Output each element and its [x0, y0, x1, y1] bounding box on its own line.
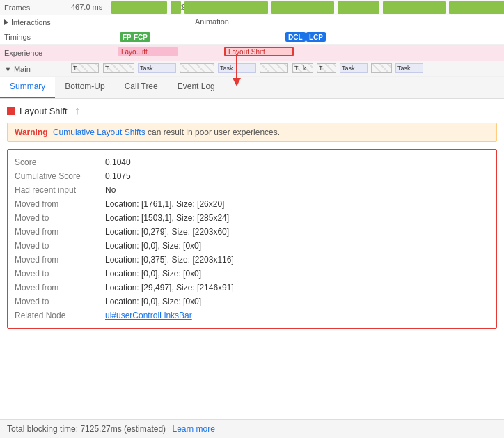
warning-suffix-text: can result in poor user experiences.	[148, 127, 280, 137]
layout-shift-bar-selected[interactable]: Layout Shift	[224, 47, 294, 56]
moved-to-value-4: Location: [0,0], Size: [0x0]	[105, 297, 201, 306]
cumulative-score-label: Cumulative Score	[15, 171, 105, 181]
moved-to-value-3: Location: [0,0], Size: [0x0]	[105, 269, 201, 279]
moved-to-label-2: Moved to	[15, 241, 105, 251]
section-title-text: Layout Shift	[19, 106, 68, 116]
frame-bar-6	[383, 1, 446, 14]
task-bar-11: Task	[395, 63, 423, 73]
score-row: Score 0.1040	[15, 155, 489, 169]
frames-label: Frames	[0, 3, 70, 12]
cumulative-score-row: Cumulative Score 0.1075	[15, 169, 489, 183]
tab-summary[interactable]: Summary	[0, 76, 55, 98]
moved-to-label-1: Moved to	[15, 213, 105, 223]
frame-bar-1	[111, 1, 167, 14]
timings-label: Timings	[0, 33, 70, 41]
moved-from-label-2: Moved from	[15, 227, 105, 237]
timeline-area: Frames 467.0 ms 292.6 ms 366.0 ms 328.4 …	[0, 0, 504, 77]
interactions-label: Interactions	[0, 18, 70, 26]
arrow-up-icon: ↑	[74, 104, 80, 117]
moved-from-label-4: Moved from	[15, 283, 105, 292]
recent-input-label: Had recent input	[15, 185, 105, 195]
warning-bar: Warning Cumulative Layout Shifts can res…	[7, 123, 497, 142]
dcl-badge: DCL	[285, 32, 306, 42]
main-content: Layout Shift ↑ Warning Cumulative Layout…	[0, 99, 504, 334]
frames-row: Frames 467.0 ms 292.6 ms 366.0 ms 328.4	[0, 0, 504, 15]
task-bar-6	[260, 63, 288, 73]
task-bar-5: Task	[218, 63, 256, 73]
main-label: ▼ Main —	[0, 65, 70, 73]
cumulative-score-value: 0.1075	[105, 171, 131, 181]
task-bar-7: T...k	[292, 63, 313, 73]
animation-label: Animation	[195, 17, 229, 26]
tab-call-tree[interactable]: Call Tree	[115, 76, 168, 98]
moved-to-value-2: Location: [0,0], Size: [0x0]	[105, 241, 201, 251]
frames-time1: 467.0 ms	[71, 3, 102, 11]
task-bar-4	[180, 63, 214, 73]
layout-shift-icon	[7, 107, 15, 115]
timings-row: Timings FP FCP DCL LCP	[0, 29, 504, 45]
moved-to-row-1: Moved to Location: [1503,1], Size: [285x…	[15, 211, 489, 225]
moved-to-label-3: Moved to	[15, 269, 105, 279]
moved-to-value-1: Location: [1503,1], Size: [285x24]	[105, 213, 229, 223]
task-bar-10	[371, 63, 392, 73]
warning-label: Warning	[15, 127, 48, 137]
frame-bar-5	[338, 1, 379, 14]
layout-shift-bar-1[interactable]: Layo...ift	[118, 47, 178, 56]
moved-to-row-4: Moved to Location: [0,0], Size: [0x0]	[15, 295, 489, 308]
moved-from-row-1: Moved from Location: [1761,1], Size: [26…	[15, 197, 489, 211]
task-bar-3: Task	[138, 63, 176, 73]
tabs-bar: Summary Bottom-Up Call Tree Event Log	[0, 77, 504, 99]
tab-bottom-up[interactable]: Bottom-Up	[55, 76, 114, 98]
related-node-label: Related Node	[15, 311, 105, 320]
moved-from-value-2: Location: [0,279], Size: [2203x60]	[105, 227, 229, 237]
frame-bar-7	[449, 1, 504, 14]
score-label: Score	[15, 157, 105, 167]
moved-from-value-1: Location: [1761,1], Size: [26x20]	[105, 199, 224, 209]
recent-input-value: No	[105, 185, 116, 195]
experience-label: Experience	[0, 49, 70, 57]
recent-input-row: Had recent input No	[15, 183, 489, 197]
experience-row: Experience Layo...ift Layout Shift	[0, 45, 504, 61]
interactions-row: Interactions Animation	[0, 15, 504, 29]
score-value: 0.1040	[105, 157, 131, 167]
moved-from-row-4: Moved from Location: [29,497], Size: [21…	[15, 281, 489, 295]
fcp-badge: FCP	[131, 32, 150, 42]
main-row: ▼ Main — T... T... Task Task T...k T... …	[0, 61, 504, 77]
moved-from-label-3: Moved from	[15, 255, 105, 265]
moved-to-label-4: Moved to	[15, 297, 105, 306]
moved-from-row-3: Moved from Location: [0,375], Size: [220…	[15, 253, 489, 267]
moved-from-value-4: Location: [29,497], Size: [2146x91]	[105, 283, 234, 292]
moved-to-row-2: Moved to Location: [0,0], Size: [0x0]	[15, 239, 489, 253]
frame-bar-3	[184, 1, 268, 14]
cumulative-layout-shifts-link[interactable]: Cumulative Layout Shifts	[53, 127, 145, 137]
tab-event-log[interactable]: Event Log	[168, 76, 225, 98]
frame-bar-4	[271, 1, 334, 14]
moved-from-value-3: Location: [0,375], Size: [2203x116]	[105, 255, 234, 265]
frame-bar-2	[171, 1, 181, 14]
task-bar-8: T...	[317, 63, 336, 73]
moved-from-label-1: Moved from	[15, 199, 105, 209]
moved-to-row-3: Moved to Location: [0,0], Size: [0x0]	[15, 267, 489, 281]
section-title-row: Layout Shift ↑	[7, 104, 497, 117]
lcp-badge: LCP	[306, 32, 326, 42]
details-box: Score 0.1040 Cumulative Score 0.1075 Had…	[7, 149, 497, 329]
related-node-row: Related Node ul#userControlLinksBar	[15, 308, 489, 322]
task-bar-9: Task	[340, 63, 368, 73]
task-bar-2: T...	[103, 63, 134, 73]
interactions-expand-icon[interactable]	[4, 19, 8, 25]
related-node-link[interactable]: ul#userControlLinksBar	[105, 311, 192, 320]
task-bar-1: T...	[71, 63, 99, 73]
moved-from-row-2: Moved from Location: [0,279], Size: [220…	[15, 225, 489, 239]
